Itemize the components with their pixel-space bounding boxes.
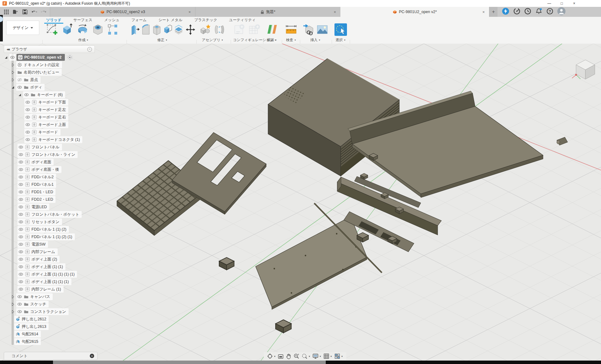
browser-row[interactable]: ボディ底面・後 (17, 166, 61, 173)
ribbon-tab-solid[interactable]: ソリッド (46, 17, 62, 23)
browser-row[interactable]: 押し出し2613 (14, 323, 49, 330)
browser-row[interactable]: FDDパネル 1 (1) (2) (17, 226, 69, 233)
fit-button[interactable]: ▼ (301, 353, 310, 359)
browser-row[interactable]: キャンバス (11, 293, 53, 300)
browser-item[interactable]: キーボード上面 (24, 121, 68, 128)
browser-item[interactable]: 原点 (16, 76, 41, 83)
browser-item[interactable]: FDDパネル 1 (1) (2) (1) (17, 233, 75, 240)
avatar[interactable] (557, 7, 565, 17)
browser-item[interactable]: 勾配2614 (14, 331, 41, 338)
browser-item[interactable]: 押し出し2612 (14, 316, 49, 323)
extrude-button[interactable] (60, 23, 74, 36)
ribbon-tab-mesh[interactable]: メッシュ (103, 17, 120, 23)
browser-item[interactable]: ボディ底面・後 (17, 166, 61, 173)
browser-row[interactable]: 内部フレーム (17, 248, 58, 256)
browser-item[interactable]: キーボード足右 (24, 114, 68, 121)
shell-button[interactable] (152, 23, 161, 36)
browser-item[interactable]: キーボード足左 (24, 106, 68, 113)
browser-item[interactable]: 電源LED (17, 204, 49, 210)
browser-item[interactable]: フロントパネル・ポケット (17, 211, 82, 218)
browser-item[interactable]: キャンバス (16, 293, 53, 300)
job-status-icon[interactable] (502, 7, 509, 16)
group-assemble-label[interactable]: アセンブリ▼ (199, 38, 226, 42)
doc-tab-3-active[interactable]: PC-9801U2_open v2* × (340, 7, 489, 17)
ribbon-tab-surface[interactable]: サーフェス (73, 17, 93, 23)
browser-row[interactable]: 押し出し2612 (14, 315, 49, 323)
select-button[interactable] (334, 23, 347, 36)
browser-row[interactable]: スケッチ (11, 300, 49, 308)
browser-row[interactable]: フロントパネル・ライン (17, 151, 78, 158)
browser-row[interactable]: ボディ上面 (1) (1) (1) (1) (17, 271, 77, 278)
browser-row[interactable]: ボディ上面 (2) (17, 256, 60, 263)
browser-item[interactable]: 電源SW (17, 241, 48, 248)
insert-derive-button[interactable] (302, 23, 315, 36)
zoom-button[interactable] (293, 353, 300, 359)
browser-item[interactable]: FDD1・LED (17, 189, 55, 195)
browser-row[interactable]: キーボード上面 (24, 121, 68, 128)
recent-clock-icon[interactable] (524, 8, 531, 16)
browser-row[interactable]: FDDパネル 1 (1) (2) (1) (17, 233, 75, 241)
ribbon-tab-form[interactable]: フォーム (131, 17, 147, 23)
browser-item[interactable]: コンストラクション (16, 308, 69, 315)
browser-item[interactable]: 内部フレーム (1) (17, 286, 64, 293)
app-grid-icon[interactable] (3, 9, 9, 15)
browser-item[interactable]: キーボード (6) (23, 91, 65, 98)
browser-item[interactable]: 名前の付いたビュー (16, 69, 62, 76)
doc-tab-2[interactable]: 無題* × (195, 7, 340, 17)
browser-item[interactable]: ボディ底面 (17, 159, 54, 165)
group-construct-label[interactable]: 構築▼ (265, 38, 279, 42)
measure-button[interactable] (284, 23, 298, 36)
visibility-toggle[interactable] (9, 54, 16, 61)
press-pull-button[interactable] (130, 23, 140, 36)
extensions-icon[interactable] (513, 8, 520, 16)
maximize-button[interactable]: □ (559, 1, 565, 6)
save-icon[interactable] (22, 9, 28, 15)
browser-row[interactable]: 勾配2614 (14, 330, 41, 338)
browser-row[interactable]: FDD1・LED (17, 188, 55, 196)
joint-button[interactable] (214, 23, 225, 36)
browser-row[interactable]: FDDパネル2 (17, 173, 56, 181)
browser-item[interactable]: フロントパネル・ライン (17, 151, 78, 158)
revolve-button[interactable] (76, 23, 89, 36)
doc-tab-1[interactable]: PC-9801U2_open2 v3 × (50, 7, 195, 17)
tab-close-icon[interactable]: × (188, 10, 191, 14)
browser-item[interactable]: リセットボタン (17, 218, 62, 225)
browser-item[interactable]: ボディ上面 (1) (1) (1) (17, 278, 71, 285)
browser-item[interactable]: フロントパネル (17, 144, 62, 151)
collapse-browser-icon[interactable]: ◀◀ (7, 48, 9, 51)
browser-item[interactable]: FDDパネル 1 (1) (2) (17, 226, 69, 233)
browser-row[interactable]: PC-9801U2_open v2 (4, 54, 73, 61)
browser-item[interactable]: ボディ上面 (2) (17, 256, 60, 263)
redo-icon[interactable] (41, 9, 47, 15)
browser-item[interactable]: FDDパネル2 (17, 174, 56, 180)
browser-row[interactable]: FDDパネル1 (17, 181, 56, 188)
browser-item[interactable]: FDD2・LED (17, 196, 55, 203)
browser-row[interactable]: フロントパネル (17, 143, 62, 151)
browser-row[interactable]: 内部フレーム (1) (17, 285, 64, 293)
browser-item[interactable]: ボディ (16, 84, 45, 91)
group-create-label[interactable]: 作成▼ (45, 38, 122, 42)
fillet-button[interactable] (141, 23, 151, 36)
browser-row[interactable]: キーボード足左 (24, 106, 68, 113)
file-menu-icon[interactable] (12, 9, 19, 15)
browser-row[interactable]: ボディ上面 (1) (1) (17, 263, 65, 271)
browser-item[interactable]: キーボードコネクタ (1) (24, 136, 82, 143)
add-comment-icon[interactable]: + (90, 354, 94, 358)
tab-close-icon[interactable]: × (334, 10, 336, 14)
browser-item[interactable]: ドキュメントの設定 (16, 61, 62, 68)
combine-button[interactable] (163, 23, 172, 36)
pan-button[interactable] (286, 353, 291, 359)
browser-row[interactable]: キーボード足右 (24, 113, 68, 121)
browser-row[interactable]: ボディ底面 (17, 158, 54, 166)
offset-face-button[interactable] (174, 23, 183, 36)
new-component-button[interactable] (199, 23, 212, 36)
browser-item[interactable]: 押し出し2613 (14, 323, 49, 330)
config-table-button[interactable] (248, 23, 261, 36)
undo-icon[interactable] (31, 9, 37, 15)
browser-row[interactable]: キーボード下面 (24, 98, 68, 106)
hole-button[interactable] (91, 23, 105, 36)
orbit-button[interactable]: ▼ (267, 353, 276, 359)
group-inspect-label[interactable]: 検査▼ (284, 38, 298, 42)
browser-row[interactable]: ボディ (11, 84, 45, 91)
browser-row[interactable]: 原点 (11, 76, 41, 84)
